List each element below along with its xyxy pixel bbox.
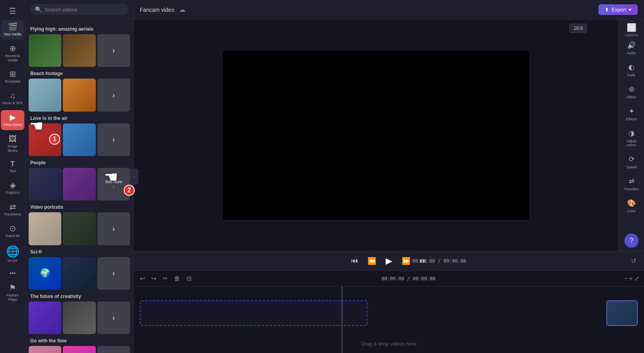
step-forward-button[interactable]: ⏩ (402, 257, 410, 265)
skip-back-button[interactable]: ⏮ (351, 257, 358, 265)
more-icon: ••• (10, 270, 16, 276)
sidebar-item-video-library[interactable]: ▶ Video library (1, 110, 24, 130)
video-thumb-love1[interactable] (29, 123, 61, 156)
sidebar-label-images: Image library (2, 144, 23, 153)
video-library-icon: ▶ (10, 113, 16, 121)
sidebar-item-transitions[interactable]: ⇄ Transitions (1, 200, 24, 220)
right-tool-color[interactable]: 🎨 Color (620, 196, 643, 216)
section-title-future: The future of creativity (30, 294, 128, 299)
loop-button[interactable]: ↺ (631, 257, 636, 265)
right-tool-transition[interactable]: ⇌ Transition (620, 174, 643, 194)
video-thumb-arrow-flying[interactable]: › (97, 34, 130, 67)
undo-button[interactable]: ↩ (138, 273, 146, 284)
right-tool-speed[interactable]: ⟳ Speed (620, 152, 643, 172)
sidebar-item-templates[interactable]: ⊞ Templates (1, 67, 24, 87)
sidebar-item-your-media[interactable]: 🎬 Your media (1, 20, 24, 40)
right-tool-filters[interactable]: ⊛ Filters (620, 82, 643, 102)
feature-flags-icon: ⚑ (9, 284, 16, 292)
right-tool-fade[interactable]: ◐ Fade (620, 60, 643, 80)
video-thumb-beach2[interactable] (63, 79, 95, 111)
zoom-out-button[interactable]: − (624, 275, 627, 282)
sidebar-item-feature-flags[interactable]: ⚑ Feature Flags (1, 281, 24, 305)
media-scroll[interactable]: Flying high: amazing aerials › Beach foo… (26, 19, 133, 353)
timeline-content: Drag & drop videos here (134, 287, 644, 353)
sidebar-item-graphics[interactable]: ◈ Graphics (1, 178, 24, 198)
sidebar-label-brand: Brand kit (5, 234, 20, 238)
video-grid-scifi: 🌍 › (29, 257, 130, 290)
track-video-clip-thumb (607, 301, 637, 325)
captions-button[interactable]: ⬜ Captions (624, 23, 639, 37)
filters-icon: ⊛ (629, 85, 635, 94)
video-thumb-scifi1[interactable]: 🌍 (29, 257, 61, 290)
video-thumb-people2[interactable] (63, 168, 95, 200)
zoom-in-button[interactable]: + (629, 275, 633, 282)
right-tool-effects[interactable]: ✦ Effects (620, 104, 643, 124)
search-input[interactable] (45, 7, 124, 13)
video-thumb-arrow-beach[interactable]: › (97, 79, 130, 111)
search-input-wrap[interactable]: 🔍 (30, 4, 128, 15)
video-thumb-aerial2[interactable] (63, 34, 95, 67)
sidebar-item-locale[interactable]: 🌐 en-US (1, 243, 24, 266)
sidebar-item-text[interactable]: T Text (1, 157, 24, 176)
sidebar-label-text: Text (9, 169, 16, 173)
sidebar-label-transitions: Transitions (4, 212, 21, 217)
video-preview (223, 51, 529, 220)
section-title-people: People (30, 160, 128, 165)
cut-button[interactable]: ✂ (161, 273, 169, 284)
effects-icon: ✦ (629, 107, 635, 116)
video-thumb-portrait1[interactable] (29, 212, 61, 245)
video-grid-beach: › (29, 79, 130, 111)
preview-area: 16:9 (134, 20, 618, 251)
export-icon: ⬆ (605, 7, 609, 13)
right-sidebar: ⬜ Captions 🔊 Audio ◐ Fade ⊛ Filters ✦ Ef… (618, 20, 644, 251)
captions-label: Captions (624, 33, 639, 37)
right-tool-audio[interactable]: 🔊 Audio (620, 38, 643, 58)
zoom-fit-button[interactable]: ⤢ (634, 275, 639, 282)
play-button[interactable]: ▶ (386, 256, 392, 266)
music-icon: ♫ (10, 92, 16, 99)
sidebar-item-image-library[interactable]: 🖼 Image library (1, 132, 24, 156)
video-thumb-beach1[interactable] (29, 79, 61, 111)
sidebar-item-more[interactable]: ••• (1, 267, 24, 279)
sidebar-item-menu[interactable]: ☰ (1, 4, 24, 18)
video-thumb-future2[interactable] (63, 302, 95, 334)
delete-button[interactable]: 🗑 (172, 274, 182, 284)
help-button[interactable]: ? (624, 233, 639, 248)
panel-collapse-button[interactable]: ‹ (130, 169, 138, 184)
time-total: 00:00.00 (444, 258, 467, 264)
redo-button[interactable]: ↪ (150, 273, 158, 284)
graphics-icon: ◈ (10, 181, 16, 189)
video-thumb-people1[interactable] (29, 168, 61, 200)
aspect-ratio-button[interactable]: 16:9 (569, 24, 587, 33)
video-thumb-arrow-future[interactable]: › (97, 302, 130, 334)
sidebar-item-brand-kit[interactable]: ⊙ Brand kit (1, 221, 24, 241)
video-thumb-arrow-love[interactable]: › (97, 123, 130, 156)
video-thumb-portrait2[interactable] (63, 212, 95, 245)
video-thumb-arrow-portraits[interactable]: › (97, 212, 130, 245)
video-thumb-see-more[interactable]: See more › (97, 168, 130, 200)
top-bar: Fancam video ☁ ⬆ Export ▾ (134, 0, 644, 20)
sidebar-item-music-sfx[interactable]: ♫ Music & SFX (1, 88, 24, 108)
right-tool-label-color: Color (627, 209, 636, 213)
video-grid-future: › (29, 302, 130, 334)
video-thumb-aerial1[interactable] (29, 34, 61, 67)
track-video-clip[interactable] (606, 300, 638, 326)
export-label: Export (611, 7, 626, 13)
video-thumb-arrow-flow[interactable]: › (97, 346, 130, 353)
sidebar-label-music: Music & SFX (2, 101, 23, 105)
timeline-track[interactable] (140, 298, 638, 330)
video-thumb-arrow-scifi[interactable]: › (97, 257, 130, 290)
right-tool-label-speed: Speed (626, 165, 637, 169)
sidebar-item-record-create[interactable]: ⊕ Record & create (1, 41, 24, 66)
step-back-button[interactable]: ⏪ (368, 257, 376, 265)
video-thumb-flow2[interactable] (63, 346, 95, 353)
video-thumb-flow1[interactable] (29, 346, 61, 353)
video-thumb-scifi2[interactable] (63, 257, 95, 290)
sidebar-label-templates: Templates (4, 79, 20, 84)
templates-icon: ⊞ (9, 70, 16, 78)
split-button[interactable]: ⊟ (185, 273, 193, 284)
video-thumb-love2[interactable] (63, 123, 95, 156)
right-tool-adjust-colors[interactable]: ◑ Adjust colors (620, 126, 643, 150)
video-thumb-future1[interactable] (29, 302, 61, 334)
export-button[interactable]: ⬆ Export ▾ (598, 4, 638, 15)
